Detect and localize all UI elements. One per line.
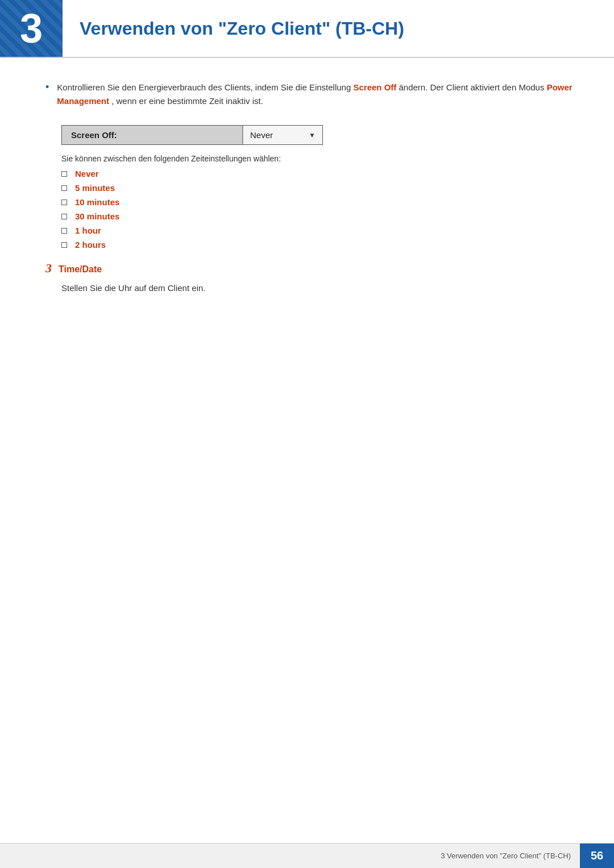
footer-text: 3 Verwenden von "Zero Client" (TB-CH) [441,852,580,860]
chevron-down-icon: ▼ [309,131,316,139]
option-1hour: 1 hour [75,226,101,235]
bullet-item: • Kontrollieren Sie den Energieverbrauch… [45,81,580,108]
list-item: Never [61,169,580,178]
screen-off-label: Screen Off: [62,126,243,144]
list-item: 30 minutes [61,211,580,221]
bullet-text: Kontrollieren Sie den Energieverbrauch d… [57,81,580,108]
option-bullet-30min [61,214,67,219]
bullet-dot: • [45,81,49,93]
bullet-intro: Kontrollieren Sie den Energieverbrauch d… [57,82,351,92]
option-bullet-5min [61,185,67,191]
option-bullet-1hour [61,228,67,234]
option-5min: 5 minutes [75,183,115,193]
section-3-body: Stellen Sie die Uhr auf dem Client ein. [61,281,580,295]
section-3-number: 3 [45,261,52,276]
list-item: 5 minutes [61,183,580,193]
option-30min: 30 minutes [75,211,119,221]
option-10min: 10 minutes [75,197,119,207]
option-bullet-2hours [61,242,67,248]
screen-off-dropdown[interactable]: Never ▼ [243,126,322,144]
chapter-title: Verwenden von "Zero Client" (TB-CH) [63,18,614,39]
option-bullet-10min [61,200,67,205]
option-never: Never [75,169,99,178]
main-content: • Kontrollieren Sie den Energieverbrauch… [0,58,614,318]
list-item: 10 minutes [61,197,580,207]
page-footer: 3 Verwenden von "Zero Client" (TB-CH) 56 [0,843,614,868]
options-list: Never 5 minutes 10 minutes 30 minutes 1 … [61,169,580,250]
list-item: 1 hour [61,226,580,235]
section-3-heading: 3 Time/Date [45,261,580,276]
footer-page-number: 56 [580,844,614,869]
list-item: 2 hours [61,240,580,250]
chapter-number-box: 3 [0,0,63,57]
option-bullet-never [61,171,67,177]
bullet-change: ändern. Der Client aktiviert den Modus [399,82,546,92]
bullet-section: • Kontrollieren Sie den Energieverbrauch… [45,81,580,108]
chapter-number: 3 [20,8,43,49]
screen-off-widget[interactable]: Screen Off: Never ▼ [61,125,323,145]
options-intro-text: Sie können zwischen den folgenden Zeitei… [61,154,580,163]
option-2hours: 2 hours [75,240,106,250]
bullet-end: , wenn er eine bestimmte Zeit inaktiv is… [111,96,263,106]
screen-off-value: Never [250,130,273,140]
page-header: 3 Verwenden von "Zero Client" (TB-CH) [0,0,614,58]
section-3-title: Time/Date [59,264,102,275]
screen-off-highlight: Screen Off [353,82,396,92]
